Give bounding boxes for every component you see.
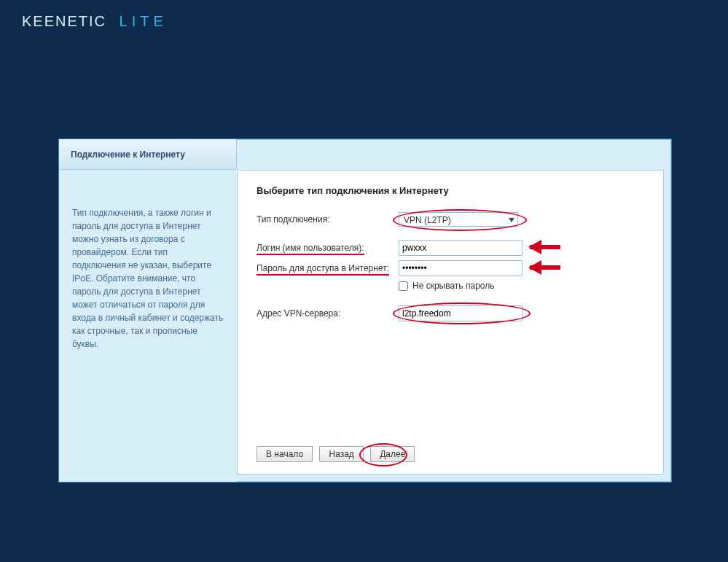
annotation-arrow-icon <box>530 241 574 253</box>
back-button[interactable]: Назад <box>319 446 363 462</box>
wizard-panel: Подключение к Интернету Тип подключения,… <box>58 138 672 483</box>
login-input[interactable] <box>399 240 522 256</box>
show-password-label: Не скрывать пароль <box>412 281 494 291</box>
next-button[interactable]: Далее <box>370 446 415 462</box>
start-button[interactable]: В начало <box>257 446 313 462</box>
sidebar-help-text: Тип подключения, а также логин и пароль … <box>72 206 224 351</box>
sidebar-tab-label: Подключение к Интернету <box>71 149 185 160</box>
password-label: Пароль для доступа в Интернет: <box>257 263 399 273</box>
row-password: Пароль для доступа в Интернет: <box>257 260 644 276</box>
brand-name: KEENETIC <box>22 13 106 29</box>
brand-logo: KEENETIC LITE <box>22 13 168 30</box>
sidebar: Тип подключения, а также логин и пароль … <box>59 170 237 482</box>
wizard-buttons: В начало Назад Далее <box>257 446 419 462</box>
row-show-password: Не скрывать пароль <box>257 281 644 291</box>
conn-type-value: VPN (L2TP) <box>404 215 451 225</box>
row-vpn-address: Адрес VPN-сервера: <box>257 305 644 321</box>
login-label: Логин (имя пользователя): <box>257 243 399 253</box>
conn-type-select[interactable]: VPN (L2TP) <box>399 212 518 227</box>
chevron-down-icon <box>509 218 514 222</box>
conn-type-label: Тип подключения: <box>257 214 399 225</box>
row-connection-type: Тип подключения: VPN (L2TP) <box>257 212 644 227</box>
content-area: Выберите тип подключения к Интернету Тип… <box>237 170 664 475</box>
password-input[interactable] <box>399 260 522 276</box>
brand-suffix: LITE <box>120 13 168 29</box>
vpn-input[interactable] <box>399 305 522 321</box>
show-password-checkbox[interactable] <box>399 281 408 291</box>
page-title: Выберите тип подключения к Интернету <box>257 185 644 196</box>
annotation-arrow-icon <box>530 262 574 273</box>
sidebar-tab[interactable]: Подключение к Интернету <box>59 139 237 170</box>
row-login: Логин (имя пользователя): <box>257 240 644 256</box>
vpn-label: Адрес VPN-сервера: <box>257 308 399 319</box>
